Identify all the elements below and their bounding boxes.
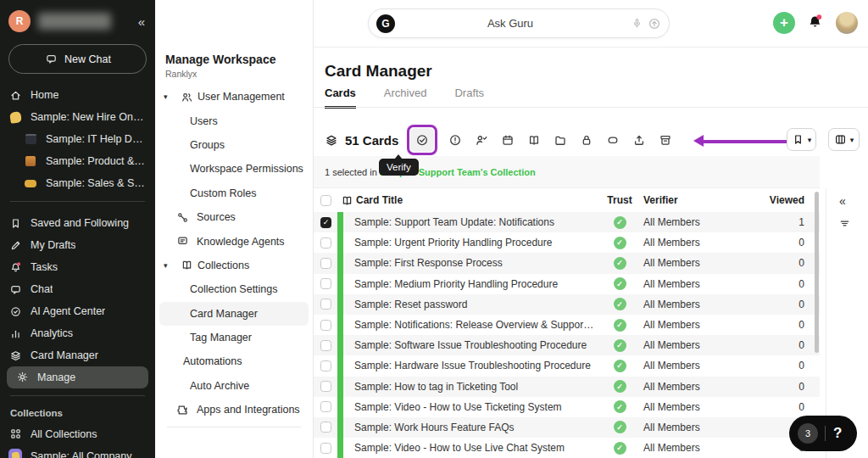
table-row[interactable]: Sample: First Response Process✓All Membe… [314, 253, 820, 273]
ask-guru-search[interactable]: G Ask Guru [368, 8, 670, 38]
bookmark-icon [792, 133, 805, 147]
tool-lock-button[interactable] [576, 130, 597, 150]
tool-archive-button[interactable] [655, 130, 676, 150]
annotation-arrow [693, 135, 789, 148]
sidebar-collapse-icon[interactable]: « [138, 14, 145, 29]
manage-item-card-manager[interactable]: Card Manager [159, 302, 309, 326]
tab-drafts[interactable]: Drafts [454, 87, 484, 109]
row-checkbox[interactable] [320, 340, 331, 351]
sidebar-item-home[interactable]: Home [0, 84, 155, 106]
tool-calendar-button[interactable] [498, 130, 518, 150]
user-avatar[interactable] [836, 12, 858, 34]
manage-item-custom-roles[interactable]: Custom Roles [155, 182, 313, 205]
manage-item-groups[interactable]: Groups [155, 133, 313, 157]
column-viewed[interactable]: Viewed [762, 194, 804, 206]
tool-verify-button[interactable] [410, 128, 434, 152]
sidebar-item-sample-new-hire-onboar[interactable]: Sample: New Hire Onboar... [0, 106, 155, 128]
row-checkbox[interactable] [320, 320, 331, 331]
table-row[interactable]: Sample: Notifications: Release Overview … [314, 315, 820, 335]
card-title: Sample: Support Team Update: Notificatio… [344, 216, 596, 228]
tool-person-check-button[interactable] [471, 130, 492, 150]
sidebar-item-all-collections[interactable]: All Collections [0, 423, 155, 445]
table-row[interactable]: Sample: Video - How to Use Live Chat Sys… [314, 438, 820, 458]
rail-collapse-icon[interactable]: « [839, 194, 846, 208]
tab-archived[interactable]: Archived [384, 87, 427, 109]
manage-item-workspace-permissions[interactable]: Workspace Permissions [155, 157, 313, 181]
sidebar-item-manage[interactable]: Manage [7, 366, 148, 388]
sidebar-item-analytics[interactable]: Analytics [0, 322, 155, 344]
manage-group-collections[interactable]: ▾Collections [155, 254, 313, 277]
manage-item-label: Groups [190, 139, 225, 151]
sidebar-item-tasks[interactable]: Tasks [0, 256, 155, 278]
table-row[interactable]: Sample: Hardware Issue Troubleshooting P… [314, 355, 820, 376]
row-checkbox[interactable] [320, 422, 331, 433]
columns-button[interactable]: ▾ [828, 128, 860, 151]
folder-icon [554, 133, 567, 147]
tab-cards[interactable]: Cards [325, 87, 356, 109]
microphone-icon[interactable] [630, 17, 643, 31]
sidebar-item-sample-it-help-desk[interactable]: Sample: IT Help Desk [0, 128, 155, 150]
sidebar-item-sample-product-engi[interactable]: Sample: Product & Engi... [0, 150, 155, 172]
sidebar-item-sample-sales-suppor[interactable]: Sample: Sales & Suppor... [0, 172, 155, 194]
submit-arrow-icon[interactable] [648, 17, 661, 31]
column-card-title[interactable]: Card Title [356, 194, 596, 206]
saved-views-button[interactable]: ▾ [787, 128, 816, 151]
tool-export-button[interactable] [629, 130, 649, 150]
sidebar-item-card-manager[interactable]: Card Manager [0, 344, 155, 366]
manage-group-user-management[interactable]: ▾User Management [155, 85, 313, 109]
chevron-down-icon[interactable]: ▾ [164, 92, 172, 101]
row-checkbox[interactable] [320, 381, 331, 392]
collection-color [337, 397, 343, 417]
table-row[interactable]: Sample: Urgent Priority Handling Procedu… [314, 232, 820, 253]
sidebar-item-sample-all-company-infor[interactable]: Sample: All Company Infor... [0, 445, 155, 458]
select-all-checkbox[interactable] [320, 195, 331, 206]
row-checkbox[interactable] [320, 401, 331, 412]
sidebar-item-chat[interactable]: Chat [0, 278, 155, 300]
manage-item-apps-and-integrations[interactable]: Apps and Integrations [155, 398, 313, 422]
manage-item-knowledge-agents[interactable]: Knowledge Agents [155, 229, 313, 253]
row-checkbox[interactable] [320, 258, 331, 269]
verifier-cell: All Members [643, 278, 762, 290]
sidebar-item-ai-agent-center[interactable]: AI Agent Center [0, 300, 155, 322]
table-row[interactable]: Sample: How to tag in Ticketing Tool✓All… [314, 377, 820, 397]
table-row[interactable]: Sample: Reset password✓All Members0 [314, 294, 820, 315]
table-row[interactable]: ✓Sample: Support Team Update: Notificati… [314, 212, 820, 232]
manage-item-users[interactable]: Users [155, 109, 313, 132]
row-checkbox[interactable]: ✓ [320, 217, 331, 228]
tool-alert-button[interactable] [445, 130, 465, 150]
manage-item-tag-manager[interactable]: Tag Manager [155, 326, 313, 349]
help-widget[interactable]: 3 ? [789, 416, 857, 451]
vertical-scrollbar[interactable] [815, 192, 819, 353]
tool-tag-button[interactable] [603, 130, 623, 150]
viewed-cell: 0 [762, 401, 804, 413]
filter-icon[interactable] [837, 216, 851, 230]
new-chat-button[interactable]: New Chat [8, 44, 147, 74]
workspace-avatar[interactable]: R [8, 10, 31, 32]
column-verifier[interactable]: Verifier [643, 194, 762, 206]
tool-folder-button[interactable] [550, 130, 570, 150]
manage-item-auto-archive[interactable]: Auto Archive [155, 374, 313, 398]
table-row[interactable]: Sample: Work Hours Feature FAQs✓All Memb… [314, 417, 820, 438]
chevron-down-icon[interactable]: ▾ [164, 261, 172, 270]
person-check-icon [475, 133, 488, 147]
row-checkbox[interactable] [320, 443, 331, 454]
create-button[interactable]: + [773, 12, 795, 34]
manage-item-sources[interactable]: Sources [155, 205, 313, 229]
table-row[interactable]: Sample: Video - How to Use Ticketing Sys… [314, 397, 820, 417]
table-row[interactable]: Sample: Software Issue Troubleshooting P… [314, 335, 820, 355]
table-header: Card Title Trust Verifier Viewed [314, 188, 820, 212]
notifications-bell-icon[interactable] [806, 14, 825, 32]
manage-item-collection-settings[interactable]: Collection Settings [155, 277, 313, 301]
verified-badge-icon: ✓ [614, 442, 626, 455]
row-checkbox[interactable] [320, 299, 331, 310]
row-checkbox[interactable] [320, 278, 331, 289]
sidebar-item-my-drafts[interactable]: My Drafts [0, 234, 155, 256]
row-checkbox[interactable] [320, 360, 331, 371]
column-trust[interactable]: Trust [596, 194, 643, 206]
tool-book-button[interactable] [524, 130, 544, 150]
manage-workspace-panel: Manage Workspace Ranklyx ▾User Managemen… [155, 0, 314, 458]
row-checkbox[interactable] [320, 237, 331, 249]
trust-cell: ✓ [596, 360, 643, 372]
sidebar-item-saved-and-following[interactable]: Saved and Following [0, 212, 155, 234]
table-row[interactable]: Sample: Medium Priority Handling Procedu… [314, 274, 820, 294]
